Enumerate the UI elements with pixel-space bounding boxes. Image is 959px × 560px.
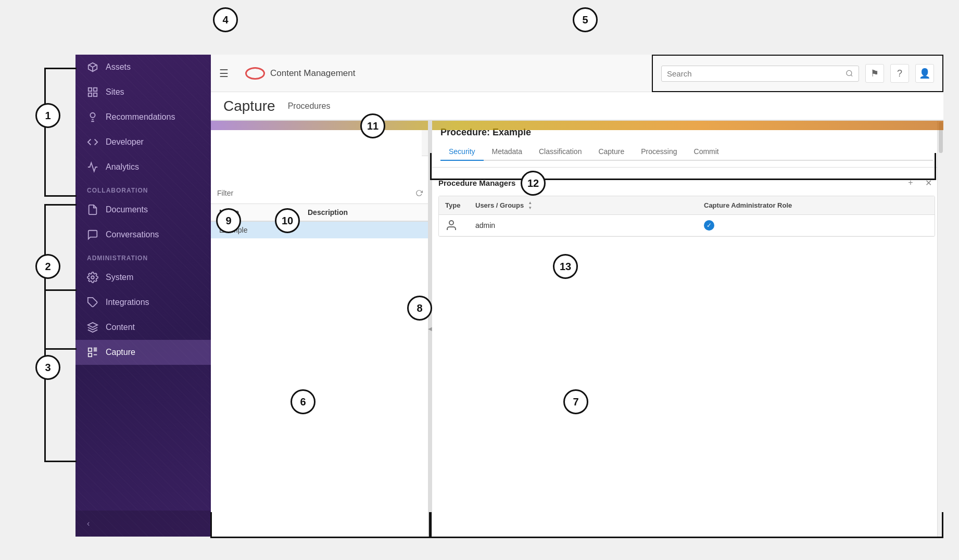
sidebar-item-conversations[interactable]: Conversations bbox=[75, 222, 211, 247]
list-panel: + ⬜ ⬇ ⬆ ✏ ✕ ⊙ ⬛ Filter Name Description … bbox=[211, 121, 430, 537]
flag-button[interactable]: ⚑ bbox=[865, 64, 884, 83]
filter-refresh-icon[interactable] bbox=[415, 189, 423, 197]
svg-rect-8 bbox=[89, 348, 92, 351]
page-subtitle: Procedures bbox=[288, 101, 331, 111]
sidebar-item-system[interactable]: System bbox=[75, 265, 211, 290]
page-title: Capture bbox=[223, 98, 275, 114]
layers-icon bbox=[87, 322, 98, 333]
sidebar-item-label: Recommendations bbox=[106, 112, 175, 122]
tab-metadata[interactable]: Metadata bbox=[484, 143, 531, 161]
sidebar-item-label: Documents bbox=[106, 205, 148, 214]
code-icon bbox=[87, 136, 98, 148]
chat-icon bbox=[87, 229, 98, 240]
logo-oval bbox=[245, 67, 265, 80]
svg-rect-3 bbox=[94, 93, 97, 96]
search-box[interactable] bbox=[661, 66, 859, 82]
filter-input[interactable] bbox=[237, 189, 411, 197]
pm-col-type: Type bbox=[445, 201, 471, 209]
svg-rect-2 bbox=[89, 93, 92, 96]
sidebar-item-label: Conversations bbox=[106, 230, 159, 239]
cube-icon bbox=[87, 61, 98, 73]
gear-icon bbox=[87, 272, 98, 283]
svg-marker-7 bbox=[88, 323, 97, 327]
tab-processing[interactable]: Processing bbox=[633, 143, 685, 161]
pm-add-button[interactable]: + bbox=[904, 176, 917, 189]
menu-button[interactable]: ☰ bbox=[211, 67, 237, 80]
help-button[interactable]: ? bbox=[890, 64, 909, 83]
svg-rect-9 bbox=[89, 353, 92, 357]
svg-line-11 bbox=[851, 75, 852, 77]
detail-tabs: Security Metadata Classification Capture… bbox=[440, 143, 933, 161]
sidebar-item-label: Capture bbox=[106, 348, 135, 357]
doc-icon bbox=[87, 204, 98, 215]
sites-icon bbox=[87, 86, 98, 98]
tab-classification[interactable]: Classification bbox=[531, 143, 590, 161]
app-title: Content Management bbox=[270, 68, 356, 79]
bracket-group-1 bbox=[44, 68, 77, 197]
resize-handle[interactable] bbox=[428, 121, 432, 537]
svg-point-5 bbox=[91, 276, 94, 279]
annotation-2: 2 bbox=[35, 254, 60, 279]
user-button[interactable]: 👤 bbox=[915, 64, 934, 83]
pm-col-users: Users / Groups ▲▼ bbox=[475, 200, 700, 210]
app-logo: Content Management bbox=[237, 67, 364, 80]
annotation-3: 3 bbox=[35, 355, 60, 380]
administration-section-label: ADMINISTRATION bbox=[75, 247, 211, 265]
sort-arrows-icon[interactable]: ▲▼ bbox=[528, 200, 532, 210]
pm-remove-button[interactable]: ✕ bbox=[922, 176, 935, 189]
sidebar-item-label: Sites bbox=[106, 87, 124, 97]
pm-cell-user: admin bbox=[475, 221, 700, 230]
filter-bar: Filter bbox=[211, 182, 429, 204]
sidebar-item-label: Content bbox=[106, 323, 135, 332]
user-type-icon bbox=[445, 219, 458, 232]
pm-table: Type Users / Groups ▲▼ Capture Administr… bbox=[438, 196, 935, 237]
sidebar: Assets Sites Recommendations Developer A… bbox=[75, 55, 211, 537]
detail-panel: Procedure: Example Security Metadata Cla… bbox=[430, 121, 943, 537]
filter-label: Filter bbox=[217, 189, 233, 197]
sidebar-item-content[interactable]: Content bbox=[75, 315, 211, 340]
annotation-1: 1 bbox=[35, 103, 60, 128]
search-icon bbox=[846, 69, 853, 78]
detail-scrollbar[interactable] bbox=[937, 121, 943, 537]
col-name-header: Name bbox=[219, 208, 308, 217]
sidebar-item-documents[interactable]: Documents bbox=[75, 197, 211, 222]
sidebar-item-sites[interactable]: Sites bbox=[75, 80, 211, 105]
row-name: Example bbox=[219, 226, 308, 234]
sidebar-nav: Assets Sites Recommendations Developer A… bbox=[75, 55, 211, 365]
svg-point-12 bbox=[449, 221, 453, 225]
collaboration-section-label: COLLABORATION bbox=[75, 180, 211, 197]
list-row[interactable]: Example bbox=[211, 222, 429, 238]
sidebar-item-integrations[interactable]: Integrations bbox=[75, 290, 211, 315]
svg-rect-1 bbox=[94, 88, 97, 91]
puzzle-icon bbox=[87, 297, 98, 308]
annotation-5: 5 bbox=[573, 7, 598, 32]
annotation-4: 4 bbox=[213, 7, 238, 32]
pm-cell-type bbox=[445, 219, 471, 232]
page-title-bar: Capture Procedures bbox=[211, 92, 943, 121]
tab-commit[interactable]: Commit bbox=[686, 143, 727, 161]
tab-security[interactable]: Security bbox=[440, 143, 484, 161]
svg-point-4 bbox=[90, 113, 95, 118]
sidebar-item-analytics[interactable]: Analytics bbox=[75, 155, 211, 180]
sidebar-item-label: Analytics bbox=[106, 162, 139, 172]
chart-icon bbox=[87, 161, 98, 173]
search-input[interactable] bbox=[667, 69, 841, 78]
role-check-icon: ✓ bbox=[704, 220, 714, 231]
sidebar-item-capture[interactable]: Capture bbox=[75, 340, 211, 365]
sidebar-collapse-button[interactable]: ‹ bbox=[75, 511, 211, 537]
sidebar-item-label: Developer bbox=[106, 137, 144, 147]
detail-content: Procedure Managers + ✕ Type Users / Grou… bbox=[430, 168, 943, 245]
lightbulb-icon bbox=[87, 111, 98, 123]
svg-point-10 bbox=[847, 70, 852, 75]
pm-table-header: Type Users / Groups ▲▼ Capture Administr… bbox=[439, 196, 935, 215]
sidebar-item-recommendations[interactable]: Recommendations bbox=[75, 105, 211, 130]
capture-icon bbox=[87, 347, 98, 358]
sidebar-item-assets[interactable]: Assets bbox=[75, 55, 211, 80]
sidebar-item-label: Integrations bbox=[106, 298, 149, 307]
pm-table-row[interactable]: admin ✓ bbox=[439, 215, 935, 236]
procedure-managers-section: Procedure Managers + ✕ bbox=[438, 176, 935, 189]
sidebar-item-developer[interactable]: Developer bbox=[75, 130, 211, 155]
tab-capture[interactable]: Capture bbox=[590, 143, 633, 161]
header-search-area: ⚑ ? 👤 bbox=[652, 55, 943, 92]
list-table-header: Name Description bbox=[211, 204, 429, 222]
